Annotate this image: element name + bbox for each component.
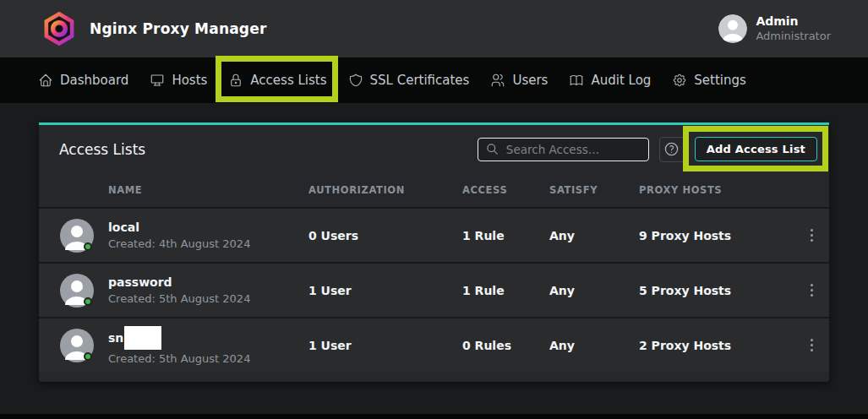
gear-icon — [672, 73, 687, 88]
table-row[interactable]: password Created: 5th August 2024 1 User… — [39, 262, 829, 317]
table-header: NAME AUTHORIZATION ACCESS SATISFY PROXY … — [39, 173, 829, 207]
nav-item-ssl-certificates[interactable]: SSL Certificates — [348, 73, 470, 88]
panel-header: Access Lists Add Access List — [39, 125, 829, 173]
lock-icon — [228, 73, 243, 88]
nav-item-label: Hosts — [172, 73, 207, 88]
cell-authorization: 1 User — [308, 339, 462, 352]
column-header-proxy-hosts: PROXY HOSTS — [639, 184, 794, 196]
users-icon — [490, 73, 505, 88]
access-list-created: Created: 4th August 2024 — [108, 237, 308, 250]
cell-authorization: 1 User — [308, 284, 462, 297]
cell-satisfy: Any — [549, 229, 639, 242]
row-avatar — [39, 219, 108, 253]
home-icon — [38, 73, 53, 88]
nav-item-label: Access Lists — [250, 73, 326, 88]
nav-item-label: Dashboard — [60, 73, 128, 88]
panel-title: Access Lists — [59, 141, 145, 158]
monitor-icon — [150, 73, 165, 88]
row-actions-kebab-icon[interactable] — [805, 224, 818, 247]
status-online-dot — [84, 352, 92, 361]
nav-item-access-lists[interactable]: Access Lists — [228, 73, 326, 88]
nav-item-dashboard[interactable]: Dashboard — [38, 73, 128, 88]
shield-icon — [348, 73, 363, 88]
cell-satisfy: Any — [549, 339, 639, 352]
column-header-access: ACCESS — [462, 184, 549, 196]
cell-proxy-hosts: 5 Proxy Hosts — [639, 284, 794, 297]
cell-proxy-hosts: 9 Proxy Hosts — [639, 229, 794, 242]
user-name: Admin — [756, 14, 831, 29]
cell-satisfy: Any — [549, 284, 639, 297]
nav-item-hosts[interactable]: Hosts — [150, 73, 207, 88]
user-avatar — [718, 14, 747, 43]
cell-access: 1 Rule — [462, 284, 549, 297]
nav-item-settings[interactable]: Settings — [672, 73, 746, 88]
nav-item-audit-log[interactable]: Audit Log — [569, 73, 651, 88]
search-icon — [486, 143, 499, 155]
cell-access: 0 Rules — [462, 339, 549, 352]
access-list-name: password — [108, 275, 308, 290]
help-icon — [663, 141, 680, 157]
cell-proxy-hosts: 2 Proxy Hosts — [639, 339, 794, 352]
status-online-dot — [84, 242, 92, 251]
column-header-name: NAME — [108, 184, 308, 196]
table-row[interactable]: local Created: 4th August 2024 0 Users 1… — [39, 207, 829, 262]
help-button[interactable] — [659, 137, 685, 162]
row-actions-kebab-icon[interactable] — [805, 279, 818, 302]
nav-item-label: Settings — [694, 73, 746, 88]
user-role: Administrator — [756, 30, 831, 44]
row-avatar — [39, 274, 108, 307]
user-menu[interactable]: Admin Administrator — [718, 14, 831, 43]
access-list-name: local — [108, 220, 308, 235]
row-avatar — [39, 329, 108, 362]
status-online-dot — [84, 297, 92, 306]
window-bottom-edge — [0, 414, 868, 419]
access-list-created: Created: 5th August 2024 — [108, 352, 308, 365]
access-list-name: sn — [108, 326, 308, 350]
cell-authorization: 0 Users — [308, 229, 462, 242]
search-box — [478, 138, 649, 161]
topbar: Nginx Proxy Manager Admin Administrator — [0, 0, 868, 57]
app-title: Nginx Proxy Manager — [90, 20, 267, 37]
nav-item-label: Users — [512, 73, 548, 88]
nav-item-label: Audit Log — [591, 73, 651, 88]
search-input[interactable] — [505, 142, 641, 157]
nginx-proxy-manager-logo[interactable] — [41, 10, 78, 47]
column-header-authorization: AUTHORIZATION — [308, 184, 462, 196]
access-lists-panel: Access Lists Add Access List NAME AUTHOR… — [39, 122, 829, 382]
nav-item-users[interactable]: Users — [490, 73, 548, 88]
panel-toolbar: Add Access List — [478, 137, 817, 162]
main-navigation: Dashboard Hosts Access Lists SSL Certifi… — [0, 57, 868, 103]
access-list-created: Created: 5th August 2024 — [108, 292, 308, 305]
book-icon — [569, 73, 584, 88]
table-row[interactable]: sn Created: 5th August 2024 1 User 0 Rul… — [39, 317, 829, 372]
row-actions-kebab-icon[interactable] — [805, 334, 818, 356]
add-access-list-button[interactable]: Add Access List — [695, 137, 817, 161]
add-button-wrap: Add Access List — [695, 137, 817, 161]
column-header-satisfy: SATISFY — [549, 184, 639, 196]
nav-item-label: SSL Certificates — [370, 73, 470, 88]
redaction-box — [124, 326, 161, 350]
cell-access: 1 Rule — [462, 229, 549, 242]
